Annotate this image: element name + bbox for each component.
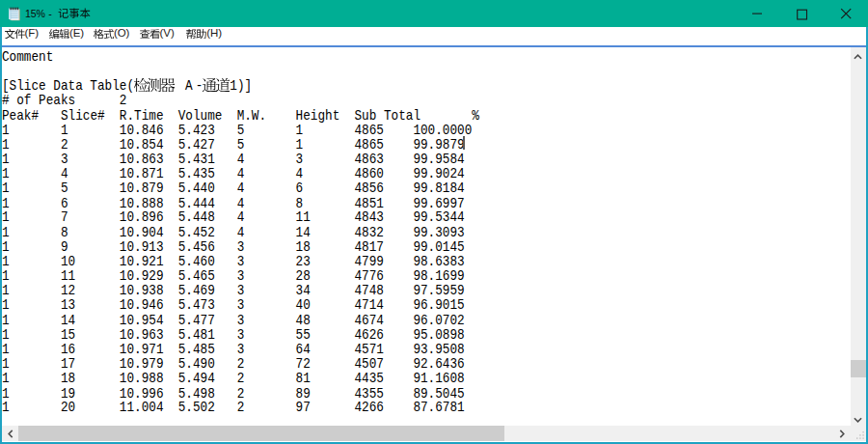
menu-view[interactable]: (V) — [135, 27, 179, 45]
section-pre: [Slice Data Table( — [2, 77, 134, 94]
menu-cjk-4 — [186, 29, 206, 40]
section-wide-a: A — [182, 78, 196, 93]
horizontal-scrollbar[interactable] — [2, 426, 851, 441]
minimize-button[interactable] — [735, 0, 779, 27]
menu-format-accel: (O) — [114, 28, 129, 40]
menu-help-accel: (H) — [206, 28, 222, 40]
menu-cjk-0 — [5, 29, 25, 40]
menu-cjk-3 — [140, 29, 160, 40]
scroll-left-button[interactable] — [2, 426, 18, 441]
section-post: 1)] — [230, 77, 252, 94]
section-cjk-channel — [203, 78, 230, 92]
notepad-icon — [7, 7, 21, 21]
chevron-down-icon — [854, 409, 862, 427]
text-caret — [463, 136, 465, 150]
section-hyphen: - — [196, 77, 203, 94]
title-app-cjk — [58, 8, 91, 18]
section-cjk-detector — [134, 78, 175, 92]
notepad-window: 15% - (F) (E) (O) (V) (H) Comment # of P… — [0, 0, 868, 444]
vertical-scrollbar-thumb[interactable] — [851, 360, 866, 377]
window-title-dash: - — [48, 8, 52, 20]
scroll-up-button[interactable] — [851, 47, 866, 64]
horizontal-scrollbar-thumb[interactable] — [18, 426, 504, 441]
window-border-left — [0, 27, 2, 444]
text-area[interactable]: Comment # of Peaks 2 Peak# Slice# R.Time… — [2, 47, 851, 427]
resize-grip[interactable] — [851, 426, 866, 441]
menu-help[interactable]: (H) — [181, 27, 227, 45]
titlebar[interactable]: 15% - — [0, 0, 868, 27]
editor-section-line: [Slice Data Table( A-1)] — [2, 78, 252, 93]
menu-cjk-2 — [94, 29, 114, 40]
vertical-scrollbar[interactable] — [851, 47, 866, 427]
menu-cjk-1 — [49, 29, 69, 40]
chevron-right-icon — [839, 425, 845, 442]
menu-view-accel: (V) — [160, 28, 175, 40]
section-space — [175, 77, 182, 94]
menubar: (F) (E) (O) (V) (H) — [2, 27, 866, 45]
chevron-up-icon — [854, 46, 862, 64]
window-title-prefix: 15% — [25, 8, 45, 20]
menu-edit-accel: (E) — [69, 28, 84, 40]
menu-format[interactable]: (O) — [89, 27, 134, 45]
maximize-button[interactable] — [779, 0, 824, 27]
chevron-left-icon — [8, 425, 14, 442]
scroll-right-button[interactable] — [834, 426, 851, 441]
menu-edit[interactable]: (E) — [44, 27, 89, 45]
menu-file[interactable]: (F) — [0, 27, 43, 45]
menu-file-accel: (F) — [25, 28, 39, 40]
editor-text: Comment # of Peaks 2 Peak# Slice# R.Time… — [2, 50, 479, 416]
close-button[interactable] — [824, 0, 868, 27]
scroll-down-button[interactable] — [851, 409, 866, 426]
